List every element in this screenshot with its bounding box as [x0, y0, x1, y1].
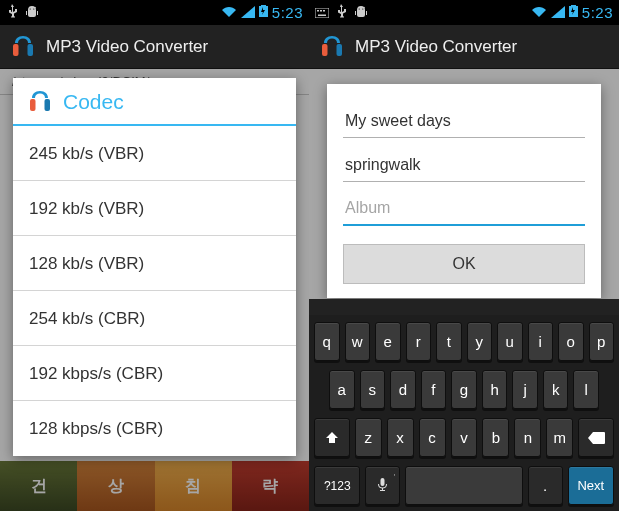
android-debug-icon	[24, 4, 40, 22]
svg-point-12	[362, 8, 363, 9]
title-field[interactable]	[343, 104, 585, 138]
metadata-dialog: OK	[327, 84, 601, 298]
svg-point-0	[30, 8, 31, 9]
key-next[interactable]: Next	[568, 466, 614, 505]
keyboard-row-1: q w e r t y u i o p	[314, 322, 614, 361]
codec-dialog-title-row: Codec	[13, 78, 296, 126]
codec-option[interactable]: 128 kb/s (VBR)	[13, 236, 296, 291]
key-x[interactable]: x	[387, 418, 414, 457]
wifi-icon	[221, 4, 237, 22]
key-g[interactable]: g	[451, 370, 477, 409]
usb-icon	[335, 4, 347, 22]
status-bar: 5:23	[0, 0, 309, 25]
album-field[interactable]	[343, 192, 585, 226]
codec-dialog-title: Codec	[63, 90, 124, 114]
keyboard-row-3: z x c v b n m	[314, 418, 614, 457]
backspace-icon	[587, 432, 605, 444]
soft-keyboard: q w e r t y u i o p a s d f g h j k l	[309, 299, 619, 511]
key-comma[interactable]: ,	[365, 466, 400, 505]
key-u[interactable]: u	[497, 322, 523, 361]
key-a[interactable]: a	[329, 370, 355, 409]
key-shift[interactable]	[314, 418, 350, 457]
status-left	[315, 4, 369, 22]
battery-charging-icon	[569, 4, 578, 22]
action-bar: MP3 Video Converter	[0, 25, 309, 69]
usb-icon	[6, 4, 18, 22]
svg-rect-6	[315, 8, 329, 18]
key-s[interactable]: s	[360, 370, 386, 409]
svg-rect-7	[317, 10, 319, 12]
status-clock: 5:23	[582, 4, 613, 21]
app-title: MP3 Video Converter	[355, 37, 517, 57]
svg-rect-2	[13, 44, 19, 56]
ok-button[interactable]: OK	[343, 244, 585, 284]
key-z[interactable]: z	[355, 418, 382, 457]
app-title: MP3 Video Converter	[46, 37, 208, 57]
keyboard-row-4: ?123 , . Next	[314, 466, 614, 505]
key-o[interactable]: o	[558, 322, 584, 361]
headphones-icon	[27, 90, 53, 114]
svg-rect-14	[337, 44, 343, 56]
svg-point-1	[33, 8, 34, 9]
codec-options-list: 245 kb/s (VBR) 192 kb/s (VBR) 128 kb/s (…	[13, 126, 296, 456]
key-r[interactable]: r	[406, 322, 432, 361]
key-backspace[interactable]	[578, 418, 614, 457]
key-switch-symbols[interactable]: ?123	[314, 466, 360, 505]
codec-option[interactable]: 192 kb/s (VBR)	[13, 181, 296, 236]
svg-point-11	[359, 8, 360, 9]
keyboard-row-2: a s d f g h j k l	[314, 370, 614, 409]
key-space[interactable]	[405, 466, 522, 505]
svg-rect-9	[323, 10, 325, 12]
codec-dialog: Codec 245 kb/s (VBR) 192 kb/s (VBR) 128 …	[13, 78, 296, 456]
svg-rect-8	[320, 10, 322, 12]
key-w[interactable]: w	[345, 322, 371, 361]
status-left	[6, 4, 40, 22]
signal-icon	[241, 4, 255, 22]
key-v[interactable]: v	[451, 418, 478, 457]
keyboard-body: q w e r t y u i o p a s d f g h j k l	[309, 315, 619, 511]
status-right: 5:23	[531, 4, 613, 22]
phone-screen-left: 5:23 MP3 Video Converter /storage/sdcard…	[0, 0, 309, 511]
key-c[interactable]: c	[419, 418, 446, 457]
keyboard-icon	[315, 4, 329, 22]
key-period[interactable]: .	[528, 466, 563, 505]
app-logo-icon	[319, 35, 345, 59]
codec-option[interactable]: 128 kbps/s (CBR)	[13, 401, 296, 456]
phone-screen-right: 5:23 MP3 Video Converter OK q w e r t y …	[309, 0, 619, 511]
status-right: 5:23	[221, 4, 303, 22]
codec-option[interactable]: 245 kb/s (VBR)	[13, 126, 296, 181]
artist-field[interactable]	[343, 148, 585, 182]
key-b[interactable]: b	[482, 418, 509, 457]
key-k[interactable]: k	[543, 370, 569, 409]
action-bar: MP3 Video Converter	[309, 25, 619, 69]
svg-rect-4	[30, 99, 36, 111]
key-j[interactable]: j	[512, 370, 538, 409]
key-l[interactable]: l	[573, 370, 599, 409]
svg-rect-5	[45, 99, 51, 111]
key-n[interactable]: n	[514, 418, 541, 457]
battery-charging-icon	[259, 4, 268, 22]
codec-option[interactable]: 192 kbps/s (CBR)	[13, 346, 296, 401]
signal-icon	[551, 4, 565, 22]
svg-rect-13	[322, 44, 328, 56]
keyboard-candidates[interactable]	[309, 299, 619, 315]
key-y[interactable]: y	[467, 322, 493, 361]
codec-option[interactable]: 254 kb/s (CBR)	[13, 291, 296, 346]
status-bar: 5:23	[309, 0, 619, 25]
app-logo-icon	[10, 35, 36, 59]
key-i[interactable]: i	[528, 322, 554, 361]
shift-icon	[325, 431, 339, 445]
svg-rect-3	[28, 44, 34, 56]
key-p[interactable]: p	[589, 322, 615, 361]
key-d[interactable]: d	[390, 370, 416, 409]
key-f[interactable]: f	[421, 370, 447, 409]
svg-rect-10	[318, 14, 326, 16]
key-m[interactable]: m	[546, 418, 573, 457]
key-h[interactable]: h	[482, 370, 508, 409]
mic-icon	[378, 477, 387, 494]
key-t[interactable]: t	[436, 322, 462, 361]
status-clock: 5:23	[272, 4, 303, 21]
key-e[interactable]: e	[375, 322, 401, 361]
wifi-icon	[531, 4, 547, 22]
key-q[interactable]: q	[314, 322, 340, 361]
